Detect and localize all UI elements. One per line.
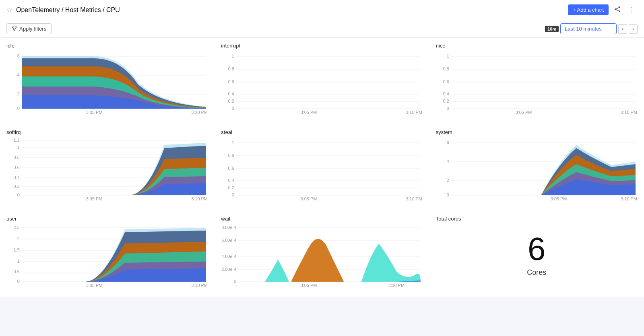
svg-text:2: 2 (17, 92, 20, 96)
svg-text:3:10 PM: 3:10 PM (406, 197, 423, 201)
svg-text:3:10 PM: 3:10 PM (388, 283, 405, 288)
cores-number: 6 (528, 233, 546, 265)
page-title: OpenTelemetry / Host Metrics / CPU (16, 6, 120, 14)
chart-system: 6 4 2 0 3:05 PM 3:10 PM (436, 137, 638, 201)
chart-title-steal: steal (221, 129, 423, 135)
svg-text:2.5: 2.5 (14, 225, 20, 230)
top-bar-right: + Add a chart ⋮ (568, 4, 638, 16)
svg-text:1: 1 (232, 54, 234, 58)
svg-text:0.8: 0.8 (228, 153, 234, 158)
chart-title-nice: nice (436, 43, 638, 49)
chart-title-total-cores: Total cores (436, 216, 461, 222)
svg-text:0: 0 (17, 193, 20, 197)
svg-text:3:10 PM: 3:10 PM (621, 110, 637, 115)
svg-text:2: 2 (17, 237, 20, 241)
svg-text:0.5: 0.5 (14, 270, 20, 274)
svg-line-3 (616, 8, 619, 9)
chart-pin-button[interactable]: ⚡ (184, 215, 192, 223)
more-options-icon[interactable]: ⋮ (626, 4, 638, 15)
chart-grid: idle 6 4 2 0 (0, 38, 644, 297)
chart-interrupt: 1 0.8 0.6 0.4 0.2 0 3:05 PM 3:10 PM (221, 50, 423, 115)
svg-text:0: 0 (17, 106, 20, 111)
time-next-button[interactable]: › (629, 24, 638, 34)
svg-text:3:10 PM: 3:10 PM (191, 197, 208, 201)
svg-text:0.2: 0.2 (14, 184, 20, 189)
chart-cell-total-cores: Total cores 6 Cores (429, 211, 644, 297)
svg-text:0.6: 0.6 (228, 166, 234, 171)
svg-text:6: 6 (446, 140, 449, 145)
filter-bar: Apply filters 10m Last 5 minutes Last 10… (0, 20, 644, 38)
svg-text:6: 6 (17, 54, 20, 58)
chart-title-interrupt: interrupt (221, 43, 423, 49)
svg-text:0: 0 (232, 106, 234, 111)
chart-title-wait: wait (221, 216, 423, 222)
add-chart-button[interactable]: + Add a chart (568, 4, 609, 15)
svg-text:0.6: 0.6 (443, 80, 449, 84)
chart-cell-interrupt: interrupt 1 0.8 0.6 0.4 0.2 0 3:05 PM 3:… (215, 38, 429, 124)
chart-expand-button[interactable]: ⤢ (194, 215, 200, 223)
svg-text:3:05 PM: 3:05 PM (515, 110, 532, 115)
chart-steal: 1 0.8 0.6 0.4 0.2 0 3:05 PM 3:10 PM (221, 137, 423, 201)
svg-text:3:10 PM: 3:10 PM (406, 110, 423, 115)
chart-more-button[interactable]: ⋮ (203, 215, 210, 223)
svg-text:0.8: 0.8 (228, 67, 234, 71)
svg-point-1 (615, 8, 616, 10)
svg-text:6.00e-4: 6.00e-4 (222, 238, 237, 243)
svg-text:0.8: 0.8 (14, 155, 20, 160)
chart-cell-idle: idle 6 4 2 0 (0, 38, 215, 124)
svg-text:1.2: 1.2 (14, 138, 20, 142)
svg-text:4: 4 (17, 73, 20, 77)
svg-point-0 (619, 6, 620, 8)
svg-line-4 (616, 10, 619, 11)
chart-cell-nice: nice 1 0.8 0.6 0.4 0.2 0 3:05 PM 3:10 PM (429, 38, 644, 124)
svg-text:3:05 PM: 3:05 PM (86, 197, 103, 201)
cores-label: Cores (527, 268, 546, 277)
chart-title-system: system (436, 129, 638, 135)
svg-text:4.00e-4: 4.00e-4 (222, 254, 237, 259)
time-prev-button[interactable]: ‹ (618, 24, 627, 34)
chart-idle: 6 4 2 0 3:05 PM 3:10 PM (6, 50, 208, 115)
time-dropdown[interactable]: Last 5 minutes Last 10 minutes Last 15 m… (560, 23, 617, 34)
svg-text:0: 0 (446, 106, 449, 111)
svg-text:0.4: 0.4 (228, 92, 234, 96)
svg-text:0.6: 0.6 (14, 165, 20, 170)
svg-text:0.4: 0.4 (14, 175, 20, 180)
svg-text:3:10 PM: 3:10 PM (191, 110, 208, 115)
time-selector: 10m Last 5 minutes Last 10 minutes Last … (545, 23, 638, 34)
svg-text:0: 0 (234, 279, 236, 284)
svg-text:1: 1 (17, 145, 20, 150)
svg-text:3:10 PM: 3:10 PM (191, 283, 208, 288)
svg-text:2: 2 (446, 178, 449, 183)
chart-title-idle: idle (6, 43, 208, 49)
chart-title-softirq: softirq (6, 129, 208, 135)
chart-nice: 1 0.8 0.6 0.4 0.2 0 3:05 PM 3:10 PM (436, 50, 638, 115)
svg-text:0.4: 0.4 (228, 178, 234, 183)
svg-text:3:10 PM: 3:10 PM (621, 197, 637, 201)
svg-text:1: 1 (232, 140, 234, 145)
star-icon[interactable]: ☆ (6, 6, 12, 14)
svg-text:0: 0 (17, 279, 20, 284)
svg-text:2.00e-4: 2.00e-4 (222, 267, 237, 272)
chart-title-user: user (6, 216, 208, 222)
svg-text:0.2: 0.2 (228, 99, 234, 103)
apply-filters-button[interactable]: Apply filters (6, 23, 52, 34)
top-bar-left: ☆ OpenTelemetry / Host Metrics / CPU (6, 6, 120, 14)
chart-cell-wait: wait 8.00e-4 6.00e-4 4.00e-4 2.00e-4 0 3… (215, 211, 429, 297)
svg-text:3:05 PM: 3:05 PM (301, 110, 317, 115)
svg-text:0: 0 (446, 193, 449, 197)
svg-text:0.8: 0.8 (443, 67, 449, 71)
chart-cell-system: system 6 4 2 0 3:05 PM 3:10 PM (429, 124, 644, 211)
svg-text:8.00e-4: 8.00e-4 (222, 225, 237, 230)
chart-cell-softirq: softirq 1.2 1 0.8 0.6 0.4 0.2 0 3:05 PM … (0, 124, 215, 211)
svg-text:0.2: 0.2 (443, 99, 449, 103)
svg-text:1.5: 1.5 (14, 248, 20, 252)
share-icon[interactable] (612, 4, 623, 16)
svg-text:3:05 PM: 3:05 PM (551, 197, 567, 201)
top-bar: ☆ OpenTelemetry / Host Metrics / CPU + A… (0, 0, 644, 20)
chart-wait: 8.00e-4 6.00e-4 4.00e-4 2.00e-4 0 3:05 P… (221, 223, 423, 288)
svg-text:3:05 PM: 3:05 PM (301, 283, 317, 288)
svg-point-2 (619, 10, 620, 12)
chart-cell-user: user ⚡ ⤢ ⋮ 2.5 2 1.5 1 0.5 0 3:05 (0, 211, 215, 297)
time-badge: 10m (545, 26, 559, 32)
svg-text:0.4: 0.4 (443, 92, 449, 96)
